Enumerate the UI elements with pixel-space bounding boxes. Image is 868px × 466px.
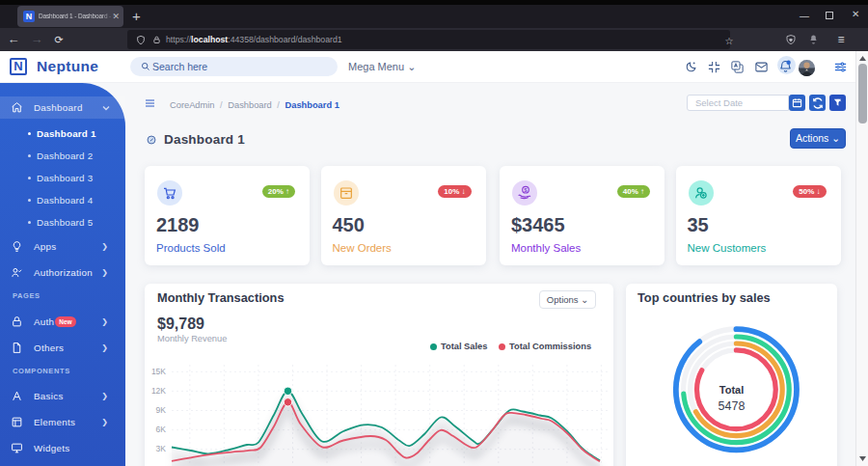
svg-text:6K: 6K bbox=[156, 425, 167, 434]
svg-text:9K: 9K bbox=[156, 405, 167, 415]
svg-text:15K: 15K bbox=[151, 367, 166, 376]
svg-text:3K: 3K bbox=[156, 444, 167, 453]
svg-text:12K: 12K bbox=[151, 386, 166, 396]
svg-text:$: $ bbox=[524, 187, 528, 193]
